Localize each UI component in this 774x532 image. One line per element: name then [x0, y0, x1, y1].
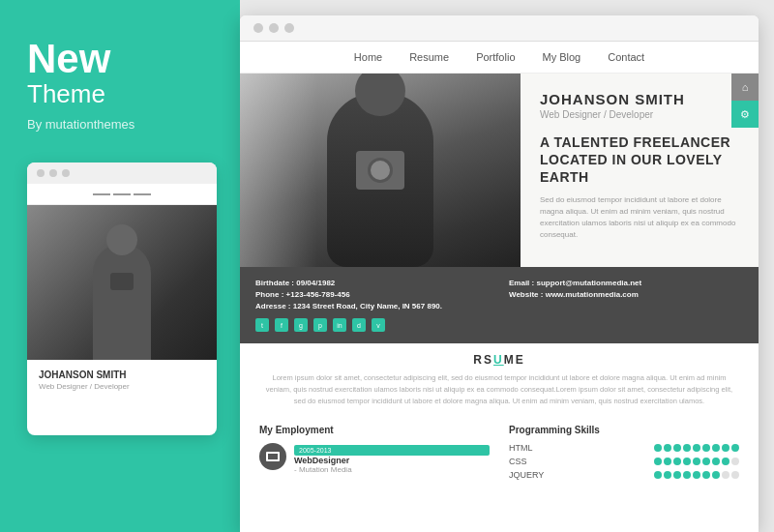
- hero-description: Sed do eiusmod tempor incididunt ut labo…: [540, 194, 739, 241]
- theme-label: Theme: [27, 79, 105, 109]
- skill-dot: [654, 471, 662, 479]
- site-hero: ⌂ ⚙ JOHANSON SMITH Web Designer / Develo…: [240, 74, 759, 267]
- skill-dot-empty: [731, 458, 739, 465]
- skill-html: HTML: [509, 443, 739, 453]
- browser-dot-2: [269, 23, 279, 33]
- mini-name: JOHANSON SMITH: [39, 369, 205, 380]
- employment-job-title: WebDesigner: [294, 456, 490, 465]
- skill-jquery-name: JQUERY: [509, 470, 557, 480]
- skill-css: CSS: [509, 457, 739, 466]
- skill-dot: [673, 444, 681, 452]
- mini-photo: [27, 205, 217, 360]
- mini-dot-1: [37, 169, 45, 177]
- bottom-section: My Employment 2005-2013 WebDesigner - Mu…: [240, 417, 759, 493]
- hero-settings-icon[interactable]: ⚙: [731, 101, 759, 128]
- mini-info: JOHANSON SMITH Web Designer / Developer: [27, 360, 217, 400]
- skill-dot: [664, 471, 671, 479]
- social-icons-row: t f g p in d v: [255, 318, 743, 332]
- address-value: 1234 Street Road, City Name, IN 567 890.: [293, 302, 442, 310]
- hero-photo: [240, 74, 521, 267]
- skill-css-name: CSS: [509, 457, 557, 466]
- by-line: By mutationthemes: [27, 117, 134, 132]
- skill-dot: [673, 471, 681, 479]
- skill-dot: [712, 444, 720, 452]
- browser-body: Home Resume Portfolio My Blog Contact ⌂: [240, 42, 759, 532]
- social-twitter-icon[interactable]: t: [255, 318, 269, 332]
- nav-blog[interactable]: My Blog: [543, 51, 581, 63]
- nav-portfolio[interactable]: Portfolio: [476, 51, 515, 63]
- skill-dot: [683, 471, 691, 479]
- social-facebook-icon[interactable]: f: [275, 318, 288, 332]
- mini-person-figure: [93, 244, 151, 360]
- employment-icon: [259, 443, 286, 470]
- skill-dot-empty: [731, 471, 739, 479]
- skill-css-dots: [654, 458, 739, 465]
- skill-jquery-dots: [654, 471, 739, 479]
- mini-nav-line: [93, 193, 110, 195]
- right-panel: Home Resume Portfolio My Blog Contact ⌂: [240, 0, 774, 532]
- skill-dot-empty: [722, 471, 729, 479]
- employment-company: - Mutation Media: [294, 465, 490, 474]
- birthdate-item: Birthdate : 09/04/1982: [255, 279, 490, 287]
- info-bar: Birthdate : 09/04/1982 Email : support@m…: [240, 267, 759, 343]
- employment-title: My Employment: [259, 425, 490, 435]
- skill-html-dots: [654, 444, 739, 452]
- skill-dot: [702, 471, 710, 479]
- nav-resume[interactable]: Resume: [409, 51, 449, 63]
- phone-item: Phone : +123-456-789-456: [255, 290, 490, 299]
- mini-nav-line-2: [113, 193, 131, 195]
- skill-dot: [693, 444, 700, 452]
- skill-dot: [722, 458, 729, 465]
- hero-role: Web Designer / Developer: [540, 109, 739, 120]
- employment-date-badge: 2005-2013: [294, 445, 490, 456]
- nav-home[interactable]: Home: [354, 51, 382, 63]
- skill-jquery: JQUERY: [509, 470, 739, 480]
- website-label: Website :: [509, 290, 543, 299]
- mini-role: Web Designer / Developer: [39, 382, 205, 391]
- info-bar-grid: Birthdate : 09/04/1982 Email : support@m…: [255, 279, 743, 310]
- employment-col: My Employment 2005-2013 WebDesigner - Mu…: [259, 425, 490, 484]
- skill-dot: [654, 458, 662, 465]
- hero-name: JOHANSON SMITH: [540, 91, 739, 107]
- skill-dot: [702, 458, 710, 465]
- hero-camera-icon: [356, 151, 404, 190]
- employment-icon-inner: [266, 452, 280, 461]
- birthdate-label: Birthdate :: [255, 279, 294, 287]
- mini-nav-lines: [93, 193, 151, 195]
- phone-value: +123-456-789-456: [286, 290, 350, 299]
- skill-dot: [712, 458, 720, 465]
- mini-dot-2: [49, 169, 57, 177]
- social-dribbble-icon[interactable]: d: [352, 318, 366, 332]
- mini-dot-3: [62, 169, 70, 177]
- skill-dot: [722, 444, 729, 452]
- new-label: New: [27, 39, 110, 79]
- mini-nav-line-3: [134, 193, 151, 195]
- address-item: Adresse : 1234 Street Road, City Name, I…: [255, 302, 743, 310]
- social-gplus-icon[interactable]: g: [294, 318, 308, 332]
- social-pinterest-icon[interactable]: p: [313, 318, 327, 332]
- website-value: www.mutationmedia.com: [546, 290, 639, 299]
- skill-dot: [683, 458, 691, 465]
- mini-browser: JOHANSON SMITH Web Designer / Developer: [27, 163, 217, 435]
- skill-dot: [693, 458, 700, 465]
- skills-title: Programming Skills: [509, 425, 739, 435]
- hero-info: ⌂ ⚙ JOHANSON SMITH Web Designer / Develo…: [521, 74, 759, 267]
- email-value: support@mutationmedia.net: [536, 279, 641, 287]
- employment-details: 2005-2013 WebDesigner - Mutation Media: [294, 443, 490, 474]
- mini-nav-bar: [27, 184, 217, 205]
- hero-home-icon[interactable]: ⌂: [731, 74, 759, 101]
- browser-window: Home Resume Portfolio My Blog Contact ⌂: [240, 15, 759, 532]
- email-label: Email :: [509, 279, 534, 287]
- browser-dot-3: [284, 23, 294, 33]
- skill-dot: [693, 471, 700, 479]
- skill-dot: [712, 471, 720, 479]
- address-label: Adresse :: [255, 302, 290, 310]
- website-item: Website : www.mutationmedia.com: [509, 290, 743, 299]
- nav-contact[interactable]: Contact: [608, 51, 644, 63]
- social-linkedin-icon[interactable]: in: [333, 318, 346, 332]
- skill-dot: [664, 458, 671, 465]
- skill-dot: [731, 444, 739, 452]
- skill-dot: [664, 444, 671, 452]
- social-vimeo-icon[interactable]: v: [372, 318, 385, 332]
- email-item: Email : support@mutationmedia.net: [509, 279, 743, 287]
